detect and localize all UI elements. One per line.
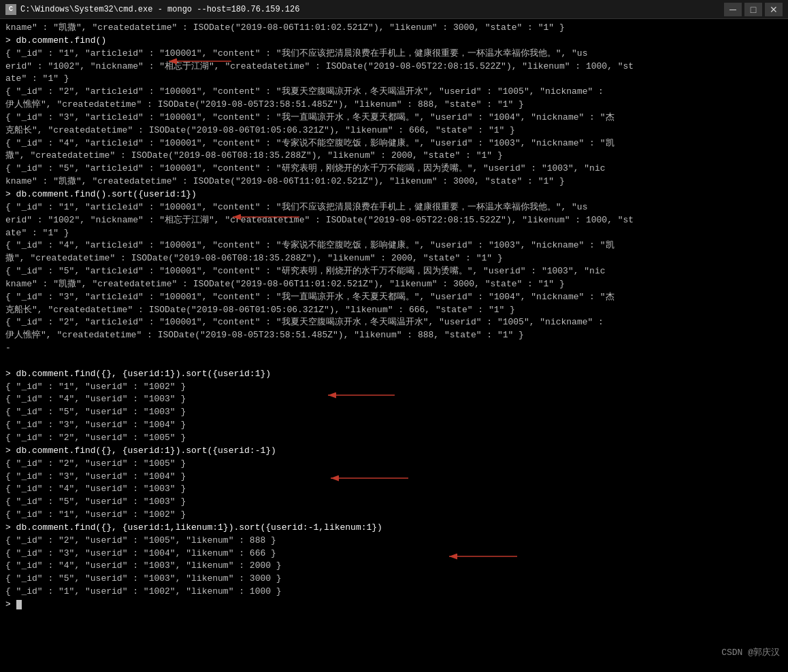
- terminal-line-0: kname" : "凯撒", "createdatetime" : ISODat…: [5, 22, 783, 35]
- watermark: CSDN @郭庆汉: [721, 647, 780, 660]
- terminal-line-16: ate" : "1" }: [5, 227, 783, 240]
- terminal-line-32: { "_id" : "2", "userid" : "1005" }: [5, 432, 783, 445]
- terminal-line-44: { "_id" : "1", "userid" : "1002", "liken…: [5, 586, 783, 599]
- title-bar: C C:\Windows\System32\cmd.exe - mongo --…: [0, 0, 788, 19]
- terminal-line-6: 伊人憔悴", "createdatetime" : ISODate("2019-…: [5, 99, 783, 112]
- terminal-output: kname" : "凯撒", "createdatetime" : ISODat…: [5, 22, 783, 611]
- terminal-line-34: { "_id" : "2", "userid" : "1005" }: [5, 458, 783, 471]
- title-bar-text: C:\Windows\System32\cmd.exe - mongo --ho…: [20, 5, 724, 14]
- terminal-line-10: 撒", "createdatetime" : ISODate("2019-08-…: [5, 150, 783, 163]
- terminal-line-14: { "_id" : "1", "articleid" : "100001", "…: [5, 201, 783, 214]
- terminal-line-37: { "_id" : "5", "userid" : "1003" }: [5, 496, 783, 509]
- terminal-line-23: { "_id" : "2", "articleid" : "100001", "…: [5, 316, 783, 329]
- window-controls: ─ □ ✕: [724, 3, 783, 16]
- terminal-line-26: [5, 355, 783, 368]
- terminal-line-21: { "_id" : "3", "articleid" : "100001", "…: [5, 291, 783, 304]
- terminal-line-40: { "_id" : "2", "userid" : "1005", "liken…: [5, 535, 783, 548]
- terminal-line-25: -: [5, 342, 783, 355]
- terminal-line-31: { "_id" : "3", "userid" : "1004" }: [5, 419, 783, 432]
- terminal-line-43: { "_id" : "5", "userid" : "1003", "liken…: [5, 573, 783, 586]
- close-button[interactable]: ✕: [765, 3, 783, 16]
- terminal-line-5: { "_id" : "2", "articleid" : "100001", "…: [5, 86, 783, 99]
- terminal-line-38: { "_id" : "1", "userid" : "1002" }: [5, 509, 783, 522]
- app-icon: C: [5, 4, 16, 15]
- terminal-line-24: 伊人憔悴", "createdatetime" : ISODate("2019-…: [5, 329, 783, 342]
- terminal-line-19: { "_id" : "5", "articleid" : "100001", "…: [5, 265, 783, 278]
- terminal-line-15: erid" : "1002", "nickname" : "相忘于江湖", "c…: [5, 214, 783, 227]
- terminal-line-18: 撒", "createdatetime" : ISODate("2019-08-…: [5, 252, 783, 265]
- terminal-line-3: erid" : "1002", "nickname" : "相忘于江湖", "c…: [5, 61, 783, 73]
- terminal-line-33: > db.comment.find({}, {userid:1}).sort({…: [5, 445, 783, 458]
- terminal-line-2: { "_id" : "1", "articleid" : "100001", "…: [5, 48, 783, 61]
- terminal-line-28: { "_id" : "1", "userid" : "1002" }: [5, 381, 783, 394]
- terminal-line-20: kname" : "凯撒", "createdatetime" : ISODat…: [5, 278, 783, 291]
- terminal-line-36: { "_id" : "4", "userid" : "1003" }: [5, 483, 783, 496]
- terminal-line-30: { "_id" : "5", "userid" : "1003" }: [5, 406, 783, 419]
- terminal-line-22: 克船长", "createdatetime" : ISODate("2019-0…: [5, 304, 783, 317]
- terminal-line-41: { "_id" : "3", "userid" : "1004", "liken…: [5, 548, 783, 560]
- terminal-line-35: { "_id" : "3", "userid" : "1004" }: [5, 471, 783, 484]
- terminal-line-13: > db.comment.find().sort({userid:1}): [5, 188, 783, 201]
- terminal-line-17: { "_id" : "4", "articleid" : "100001", "…: [5, 239, 783, 252]
- terminal-line-8: 克船长", "createdatetime" : ISODate("2019-0…: [5, 124, 783, 137]
- terminal-line-4: ate" : "1" }: [5, 73, 783, 86]
- terminal-line-7: { "_id" : "3", "articleid" : "100001", "…: [5, 112, 783, 124]
- terminal-line-39: > db.comment.find({}, {userid:1,likenum:…: [5, 522, 783, 535]
- terminal-body: kname" : "凯撒", "createdatetime" : ISODat…: [0, 19, 788, 672]
- terminal-line-29: { "_id" : "4", "userid" : "1003" }: [5, 393, 783, 406]
- terminal-line-1: > db.comment.find(): [5, 35, 783, 48]
- terminal-line-45: >: [5, 599, 783, 611]
- terminal-line-9: { "_id" : "4", "articleid" : "100001", "…: [5, 137, 783, 150]
- terminal-line-42: { "_id" : "4", "userid" : "1003", "liken…: [5, 560, 783, 573]
- minimize-button[interactable]: ─: [724, 3, 742, 16]
- terminal-line-11: { "_id" : "5", "articleid" : "100001", "…: [5, 163, 783, 175]
- terminal-line-27: > db.comment.find({}, {userid:1}).sort({…: [5, 368, 783, 381]
- maximize-button[interactable]: □: [744, 3, 762, 16]
- terminal-line-12: kname" : "凯撒", "createdatetime" : ISODat…: [5, 175, 783, 188]
